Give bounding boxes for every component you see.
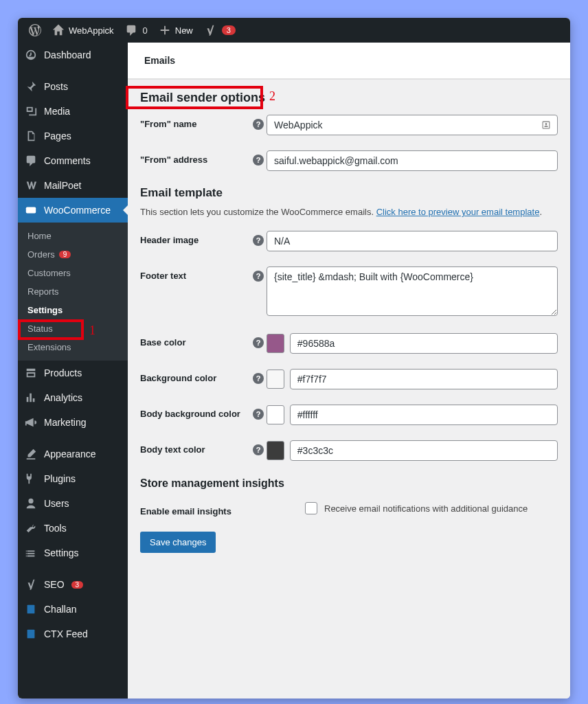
menu-products[interactable]: Products xyxy=(18,361,128,385)
help-icon[interactable]: ? xyxy=(253,337,264,348)
body-text-swatch[interactable] xyxy=(267,441,284,460)
menu-appearance[interactable]: Appearance xyxy=(18,442,128,466)
from-address-label: "From" address xyxy=(140,150,250,165)
submenu-status[interactable]: Status xyxy=(18,319,128,338)
yoast-icon xyxy=(204,24,216,36)
menu-media[interactable]: Media xyxy=(18,99,128,124)
menu-users[interactable]: Users xyxy=(18,491,128,516)
header-image-input[interactable] xyxy=(267,231,558,251)
orders-badge: 9 xyxy=(59,251,71,258)
plus-icon xyxy=(159,24,171,36)
marketing-icon xyxy=(25,416,37,429)
help-icon[interactable]: ? xyxy=(253,155,264,166)
users-icon xyxy=(25,497,37,510)
mailpoet-icon xyxy=(25,179,37,192)
section-title-insights: Store management insights xyxy=(140,477,558,490)
comment-icon xyxy=(125,24,137,36)
menu-tools[interactable]: Tools xyxy=(18,516,128,541)
new-content-link[interactable]: New xyxy=(153,18,199,43)
plugins-icon xyxy=(25,473,37,485)
save-button[interactable]: Save changes xyxy=(140,532,216,553)
body-text-input[interactable] xyxy=(290,440,558,461)
from-name-input[interactable] xyxy=(267,115,558,135)
contact-icon xyxy=(541,120,551,130)
body-text-label: Body text color xyxy=(140,440,250,455)
dashboard-icon xyxy=(25,49,37,61)
enable-insights-checkbox[interactable] xyxy=(305,502,317,514)
media-icon xyxy=(25,105,37,117)
menu-marketing[interactable]: Marketing xyxy=(18,410,128,435)
menu-plugins[interactable]: Plugins xyxy=(18,466,128,491)
submenu-customers[interactable]: Customers xyxy=(18,264,128,282)
preview-template-link[interactable]: Click here to preview your email templat… xyxy=(376,207,540,217)
bg-color-input[interactable] xyxy=(290,369,558,389)
submenu-extensions[interactable]: Extensions xyxy=(18,338,128,356)
menu-seo[interactable]: SEO 3 xyxy=(18,572,128,597)
body-bg-label: Body background color xyxy=(140,405,250,419)
menu-challan[interactable]: Challan xyxy=(18,597,128,622)
base-color-label: Base color xyxy=(140,333,250,348)
menu-comments[interactable]: Comments xyxy=(18,148,128,173)
menu-pages[interactable]: Pages xyxy=(18,124,128,148)
site-name-link[interactable]: WebAppick xyxy=(47,18,120,43)
from-name-label: "From" name xyxy=(140,115,250,129)
body-bg-swatch[interactable] xyxy=(267,405,284,424)
comments-link[interactable]: 0 xyxy=(120,18,153,43)
base-color-input[interactable] xyxy=(290,333,558,354)
help-icon[interactable]: ? xyxy=(253,444,264,455)
wp-logo[interactable] xyxy=(23,18,47,43)
tab-emails[interactable]: Emails xyxy=(144,55,175,66)
footer-text-label: Footer text xyxy=(140,266,250,281)
svg-rect-0 xyxy=(26,207,36,214)
from-address-input[interactable] xyxy=(267,150,558,171)
menu-posts[interactable]: Posts xyxy=(18,74,128,99)
body-bg-input[interactable] xyxy=(290,405,558,425)
admin-sidebar: Dashboard Posts Media Pages Comments M xyxy=(18,43,128,699)
help-icon[interactable]: ? xyxy=(253,373,264,384)
yoast-icon xyxy=(25,578,37,591)
ctxfeed-icon xyxy=(25,628,37,640)
svg-rect-2 xyxy=(27,630,35,639)
site-name: WebAppick xyxy=(69,25,114,36)
content-area: Emails Email sender options "From" name … xyxy=(128,43,570,699)
home-icon xyxy=(52,24,65,36)
challan-icon xyxy=(25,603,37,615)
woocommerce-submenu: Home Orders 9 Customers Reports Settings… xyxy=(18,223,128,361)
submenu-home[interactable]: Home xyxy=(18,227,128,245)
menu-woocommerce[interactable]: WooCommerce xyxy=(18,198,128,223)
tab-bar: Emails xyxy=(128,43,570,80)
analytics-icon xyxy=(25,391,37,404)
products-icon xyxy=(25,367,37,379)
menu-dashboard[interactable]: Dashboard xyxy=(18,43,128,67)
bg-color-swatch[interactable] xyxy=(267,370,284,389)
help-icon[interactable]: ? xyxy=(253,119,264,130)
insights-checkbox-label: Receive email notifications with additio… xyxy=(324,503,528,514)
menu-ctx-feed[interactable]: CTX Feed xyxy=(18,622,128,646)
menu-analytics[interactable]: Analytics xyxy=(18,385,128,410)
help-icon[interactable]: ? xyxy=(253,235,264,246)
woocommerce-icon xyxy=(25,204,37,216)
footer-text-input[interactable]: {site_title} &mdash; Built with {WooComm… xyxy=(267,266,558,316)
svg-point-4 xyxy=(545,123,547,125)
base-color-swatch[interactable] xyxy=(267,334,284,353)
submenu-reports[interactable]: Reports xyxy=(18,282,128,301)
bg-color-label: Background color xyxy=(140,369,250,383)
adminbar: WebAppick 0 New 3 xyxy=(18,18,570,43)
yoast-badge: 3 xyxy=(222,25,236,35)
submenu-orders[interactable]: Orders 9 xyxy=(18,245,128,264)
section-title-sender: Email sender options xyxy=(140,91,265,105)
settings-icon xyxy=(25,547,37,559)
menu-settings[interactable]: Settings xyxy=(18,541,128,565)
menu-mailpoet[interactable]: MailPoet xyxy=(18,173,128,198)
svg-rect-1 xyxy=(27,605,35,614)
wordpress-icon xyxy=(29,24,41,36)
yoast-link[interactable]: 3 xyxy=(199,18,241,43)
submenu-settings[interactable]: Settings xyxy=(18,301,128,319)
help-icon[interactable]: ? xyxy=(253,409,264,420)
help-icon[interactable]: ? xyxy=(253,271,264,282)
new-label: New xyxy=(175,25,193,36)
template-desc: This section lets you customize the WooC… xyxy=(140,207,558,217)
pin-icon xyxy=(25,80,37,93)
enable-insights-label: Enable email insights xyxy=(140,502,305,516)
pages-icon xyxy=(25,130,37,142)
